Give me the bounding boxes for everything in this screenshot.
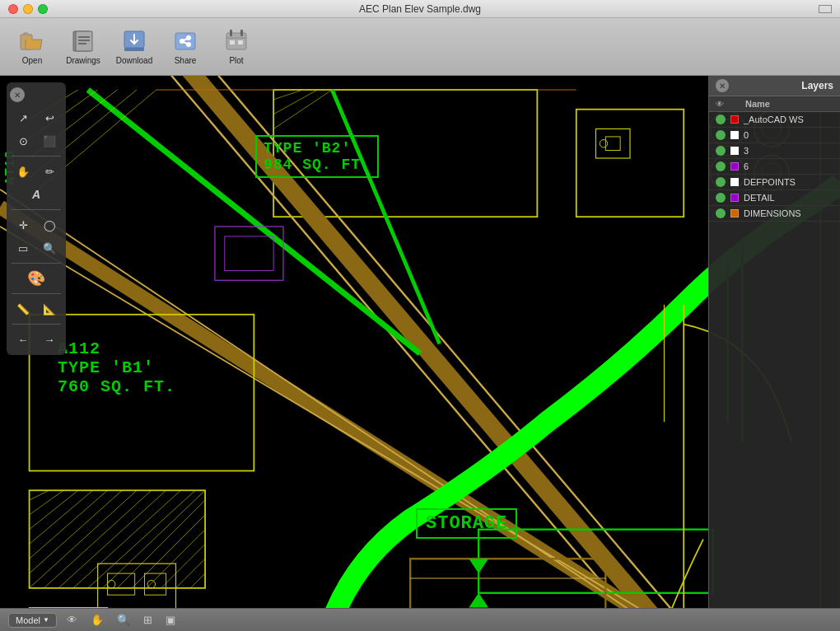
circle-tool[interactable]: ◯ [37,214,62,236]
angle-tool[interactable]: 📐 [37,298,62,320]
layer-color-autocadws [730,115,739,124]
layer-name-detail: DETAIL [744,193,775,203]
layer-3[interactable]: 3 [709,143,840,159]
svg-rect-16 [230,40,235,44]
layer-6[interactable]: 6 [709,159,840,175]
layer-name-defpoints: DEFPOINTS [744,177,796,187]
layer-eye-defpoints [716,177,726,187]
visibility-toggle[interactable]: 👁 [63,612,81,628]
lt-sep-1 [12,156,61,157]
open-button[interactable]: Open [8,23,56,71]
hand-tool[interactable]: ✋ [11,161,35,182]
layer-detail[interactable]: DETAIL [709,190,840,206]
left-toolbar-close[interactable]: ✕ [10,87,25,102]
open-icon [19,28,45,54]
layer-color-0 [730,131,739,139]
download-button[interactable]: Download [110,23,158,71]
window-icon [819,5,832,13]
a112-label: A112TYPE 'B1'760 SQ. FT. [58,339,175,396]
svg-rect-7 [124,48,144,51]
lt-row-2: ⊙ ⬛ [11,130,62,152]
left-toolbar: ✕ ↗ ↩ ⊙ ⬛ ✋ ✏ A ✛ ◯ [7,82,66,355]
cad-canvas[interactable]: TYPE 'B2'984 SQ. FT. A112TYPE 'B1'760 SQ… [0,76,840,608]
pencil-tool[interactable]: ✏ [37,161,62,182]
select-tool[interactable]: ↗ [11,107,35,129]
zoom-tool[interactable]: 🔍 [37,237,62,259]
open-label: Open [22,56,42,65]
layer-color-6 [730,162,739,171]
layer-0[interactable]: 0 [709,128,840,143]
plot-button[interactable]: Plot [212,23,260,71]
minimize-button[interactable] [23,4,33,14]
lt-sep-3 [12,263,61,264]
lt-row-6: 📏 📐 [11,298,62,320]
layer-color-defpoints [730,178,739,186]
lt-sep-5 [12,324,61,325]
titlebar: AEC Plan Elev Sample.dwg [0,0,840,18]
layers-tool[interactable]: ▭ [11,237,35,259]
lt-row-4: ✛ ◯ [11,214,62,236]
layer-autocadws[interactable]: _AutoCAD WS [709,112,840,128]
share-label: Share [175,56,197,65]
layer-name-6: 6 [744,161,749,171]
redo-btn[interactable]: → [37,329,62,350]
lt-row-7: ← → [11,329,62,350]
svg-rect-12 [226,33,246,49]
close-button[interactable] [8,4,18,14]
drawings-label: Drawings [66,56,100,65]
move-tool[interactable]: ✛ [11,214,35,236]
undo-btn[interactable]: ← [11,329,35,350]
name-col-header: Name [745,99,770,109]
layer-name-3: 3 [744,146,749,156]
layer-eye-autocadws [716,115,726,124]
layers-close-button[interactable]: ✕ [716,79,729,92]
lt-row-3: ✋ ✏ [11,161,62,182]
model-label: Model [16,615,40,625]
download-icon [121,28,147,54]
ruler-tool[interactable]: 📏 [11,298,35,320]
svg-rect-13 [230,30,232,36]
window-buttons [8,4,48,14]
text-tool[interactable]: A [13,184,59,205]
model-dropdown-icon: ▼ [43,616,49,624]
svg-rect-17 [238,40,243,44]
snap-status[interactable]: ▣ [162,612,179,628]
pan-tool-status[interactable]: ✋ [87,612,107,628]
zoom-status[interactable]: 🔍 [114,612,133,628]
share-button[interactable]: Share [161,23,209,71]
layer-eye-detail [716,193,726,203]
plot-icon [223,28,250,54]
camera-tool[interactable]: ⬛ [37,130,62,152]
layer-defpoints[interactable]: DEFPOINTS [709,175,840,190]
orbit-tool[interactable]: ⊙ [11,130,35,152]
window-title: AEC Plan Elev Sample.dwg [359,3,481,15]
layers-panel: ✕ Layers 👁 Name _AutoCAD WS 0 [708,76,840,608]
layer-color-dimensions [730,209,739,217]
statusbar: Model ▼ 👁 ✋ 🔍 ⊞ ▣ [0,608,840,631]
eye-col-icon: 👁 [716,100,724,109]
main-area: TYPE 'B2'984 SQ. FT. A112TYPE 'B1'760 SQ… [0,76,840,608]
layer-dimensions[interactable]: DIMENSIONS [709,206,840,222]
svg-point-10 [186,42,191,47]
layer-eye-6 [716,161,726,171]
drawings-icon [70,28,96,54]
maximize-button[interactable] [38,4,48,14]
share-icon [172,28,198,54]
type-b2-label: TYPE 'B2'984 SQ. FT. [255,135,379,178]
layer-name-0: 0 [744,130,749,140]
grid-status[interactable]: ⊞ [140,612,156,628]
download-label: Download [116,56,152,65]
toolbar: Open Drawings Download Share Plot [0,18,840,76]
layer-eye-0 [716,130,726,140]
lt-row-5: ▭ 🔍 [11,237,62,259]
model-tab[interactable]: Model ▼ [8,613,57,628]
color-tool[interactable]: 🎨 [24,268,49,289]
layer-name-autocadws: _AutoCAD WS [744,115,804,124]
undo-tool[interactable]: ↩ [37,107,62,129]
layers-header: ✕ Layers [709,76,840,96]
layer-color-3 [730,147,739,155]
layer-eye-dimensions [716,208,726,218]
plot-label: Plot [229,56,243,65]
drawings-button[interactable]: Drawings [59,23,107,71]
svg-rect-14 [240,30,243,36]
